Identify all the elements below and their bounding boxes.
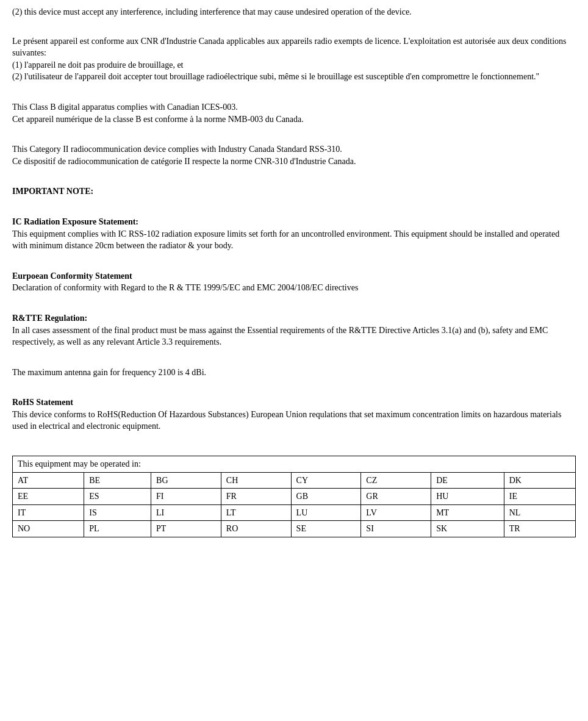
category-section: This Category II radiocommunication devi… [12,143,576,167]
table-row: EEESFIFRGBGRHUIE [13,489,576,505]
table-cell: SK [431,521,504,537]
country-table: This equipment may be operated in: ATBEB… [12,456,576,537]
table-cell: LI [151,504,221,521]
table-cell: PT [151,521,221,537]
class-b-line1: This Class B digital apparatus complies … [12,101,576,113]
blank-space-8 [12,358,576,367]
table-cell: CH [221,472,291,489]
class-b-section: This Class B digital apparatus complies … [12,101,576,125]
ic-radiation-section: IC Radiation Exposure Statement: This eq… [12,216,576,252]
table-cell: BG [151,472,221,489]
important-note-section: IMPORTANT NOTE: [12,185,576,198]
category-line1: This Category II radiocommunication devi… [12,143,576,156]
blank-space-4 [12,177,576,185]
intro-text: (2) this device must accept any interfer… [12,6,576,18]
table-header-cell: This equipment may be operated in: [13,456,576,473]
table-cell: MT [431,504,504,521]
antenna-section: The maximum antenna gain for frequency 2… [12,367,576,379]
table-row: ATBEBGCHCYCZDEDK [13,472,576,489]
rtte-heading: R&TTE Regulation: [12,312,576,325]
table-cell: CZ [361,472,431,489]
intro-paragraph: (2) this device must accept any interfer… [12,6,576,18]
blank-space-6 [12,262,576,270]
table-cell: NL [504,504,575,521]
table-cell: LT [221,504,291,521]
blank-space-2 [12,93,576,101]
table-cell: BE [84,472,151,489]
french-line1: Le présent appareil est conforme aux CNR… [12,35,576,59]
table-row: ITISLILTLULVMTNL [13,504,576,521]
table-cell: IE [504,489,575,505]
eurpoean-section: Eurpoean Conformity Statement Declaratio… [12,270,576,294]
blank-space-1 [12,27,576,35]
class-b-line2: Cet appareil numérique de la classe B es… [12,113,576,126]
table-cell: FI [151,489,221,505]
eurpoean-text: Declaration of conformity with Regard to… [12,282,576,294]
blank-space-7 [12,304,576,312]
blank-space-9 [12,388,576,396]
table-cell: RO [221,521,291,537]
country-table-section: This equipment may be operated in: ATBEB… [12,456,576,537]
table-cell: IT [13,504,84,521]
table-cell: GB [291,489,361,505]
rohs-heading: RoHS Statement [12,396,576,409]
table-cell: DK [504,472,575,489]
table-row: NOPLPTROSESISKTR [13,521,576,537]
french-section: Le présent appareil est conforme aux CNR… [12,35,576,83]
table-cell: DE [431,472,504,489]
page-content: (2) this device must accept any interfer… [12,6,576,537]
table-cell: CY [291,472,361,489]
table-cell: EE [13,489,84,505]
french-line3: (2) l'utilisateur de l'appareil doit acc… [12,71,576,83]
table-cell: HU [431,489,504,505]
table-cell: SE [291,521,361,537]
antenna-text: The maximum antenna gain for frequency 2… [12,367,576,379]
table-cell: SI [361,521,431,537]
blank-space-3 [12,135,576,143]
table-cell: ES [84,489,151,505]
table-cell: AT [13,472,84,489]
french-line2: (1) l'appareil ne doit pas produire de b… [12,59,576,71]
table-cell: LV [361,504,431,521]
table-header-row: This equipment may be operated in: [13,456,576,473]
ic-heading: IC Radiation Exposure Statement: [12,216,576,228]
blank-space-5 [12,207,576,216]
rohs-section: RoHS Statement This device conforms to R… [12,396,576,432]
ic-text: This equipment complies with IC RSS-102 … [12,228,576,252]
table-cell: NO [13,521,84,537]
table-cell: IS [84,504,151,521]
eurpoean-heading: Eurpoean Conformity Statement [12,270,576,282]
rtte-text: In all cases assessment of the final pro… [12,325,576,348]
table-cell: TR [504,521,575,537]
rohs-text: This device conforms to RoHS(Reduction O… [12,409,576,432]
blank-space-10 [12,442,576,451]
table-cell: FR [221,489,291,505]
table-cell: GR [361,489,431,505]
important-heading: IMPORTANT NOTE: [12,185,576,198]
category-line2: Ce dispositif de radiocommunication de c… [12,156,576,168]
rtte-section: R&TTE Regulation: In all cases assessmen… [12,312,576,348]
table-cell: LU [291,504,361,521]
table-cell: PL [84,521,151,537]
